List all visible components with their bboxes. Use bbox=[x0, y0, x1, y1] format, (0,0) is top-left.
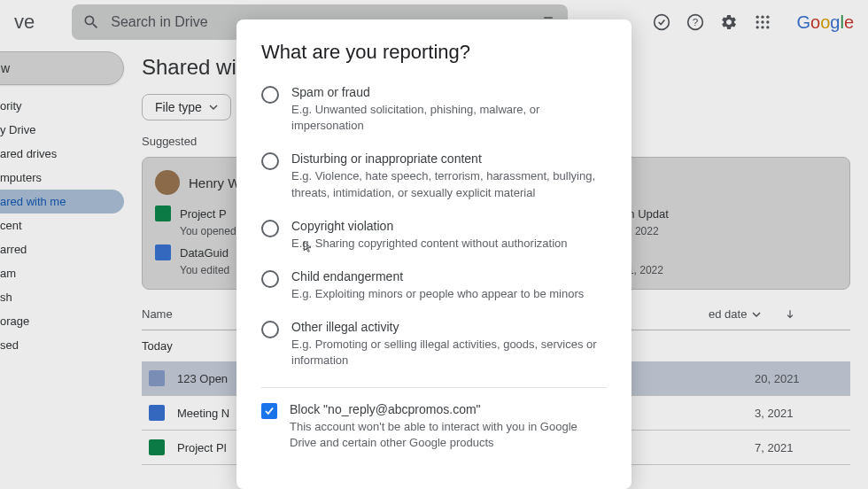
report-modal: What are you reporting? Spam or fraud E.… bbox=[236, 19, 632, 489]
option-title: Child endangerment bbox=[291, 269, 607, 283]
block-desc: This account won't be able to interact w… bbox=[290, 419, 607, 451]
radio-icon bbox=[261, 321, 279, 338]
option-desc: E.g. Sharing copyrighted content without… bbox=[291, 236, 607, 252]
option-title: Copyright violation bbox=[291, 219, 607, 233]
option-desc: E.g. Exploiting minors or people who app… bbox=[291, 286, 607, 302]
radio-icon bbox=[261, 270, 279, 288]
report-option-illegal[interactable]: Other illegal activity E.g. Promoting or… bbox=[261, 320, 607, 369]
option-title: Other illegal activity bbox=[291, 320, 607, 334]
option-desc: E.g. Violence, hate speech, terrorism, h… bbox=[291, 168, 607, 200]
divider bbox=[261, 387, 607, 388]
block-label: Block "no_reply@abcpromos.com" bbox=[290, 402, 607, 416]
radio-icon bbox=[261, 152, 279, 170]
option-title: Disturbing or inappropriate content bbox=[291, 151, 607, 166]
report-option-disturbing[interactable]: Disturbing or inappropriate content E.g.… bbox=[261, 151, 607, 200]
checkbox-icon bbox=[261, 403, 277, 419]
option-title: Spam or fraud bbox=[291, 85, 607, 99]
block-user-checkbox[interactable]: Block "no_reply@abcpromos.com" This acco… bbox=[261, 402, 607, 451]
report-option-copyright[interactable]: Copyright violation E.g. Sharing copyrig… bbox=[261, 219, 607, 252]
report-option-spam[interactable]: Spam or fraud E.g. Unwanted solicitation… bbox=[261, 85, 607, 134]
modal-title: What are you reporting? bbox=[261, 41, 607, 64]
radio-icon bbox=[261, 220, 279, 237]
modal-overlay: What are you reporting? Spam or fraud E.… bbox=[0, 0, 868, 489]
option-desc: E.g. Promoting or selling illegal activi… bbox=[291, 337, 607, 369]
report-option-child[interactable]: Child endangerment E.g. Exploiting minor… bbox=[261, 269, 607, 302]
radio-icon bbox=[261, 86, 279, 104]
option-desc: E.g. Unwanted solicitation, phishing, ma… bbox=[291, 102, 607, 134]
